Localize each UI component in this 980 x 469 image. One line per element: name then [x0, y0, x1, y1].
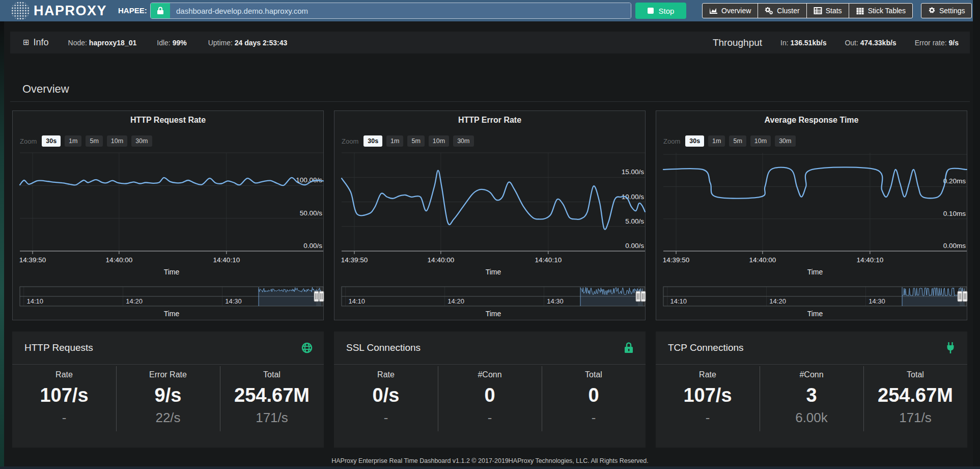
settings-label: Settings — [939, 7, 965, 15]
navigator-tick-label: 14:30 — [225, 297, 242, 305]
navbar: HAPROXY HAPEE: Stop OverviewClusterStats… — [0, 0, 973, 21]
chart-panel-http-request-rate: HTTP Request RateZoom30s1m5m10m30m14:39:… — [12, 111, 324, 320]
stop-label: Stop — [659, 7, 675, 15]
zoom-option-10m[interactable]: 10m — [750, 135, 771, 147]
stat-card-tcp-connections: TCP ConnectionsRate107/s-#Conn36.00kTota… — [656, 332, 967, 448]
metric-value: 107/s — [656, 384, 760, 406]
metric-label: Rate — [334, 370, 438, 379]
metric-label: Total — [220, 370, 324, 379]
stop-button[interactable]: Stop — [635, 3, 686, 19]
x-tick-label: 14:40:00 — [749, 256, 776, 264]
info-field-node: Node: haproxy18_01 — [68, 39, 137, 47]
nav-button-overview[interactable]: Overview — [702, 3, 758, 18]
zoom-option-30s[interactable]: 30s — [685, 135, 704, 147]
zoom-option-1m[interactable]: 1m — [65, 135, 81, 147]
card-metric-total: Total254.67M171/s — [220, 365, 324, 447]
info-left: ⊞ Info Node: haproxy18_01Idle: 99%Uptime… — [10, 37, 287, 48]
lock-button[interactable] — [151, 3, 170, 18]
navigator-right-handle[interactable] — [963, 291, 967, 301]
chart-plot: 14:39:5014:40:0014:40:1015.00/s10.00/s5.… — [334, 149, 646, 321]
card-header: TCP Connections — [656, 332, 967, 365]
chart-title: HTTP Request Rate — [13, 116, 323, 125]
brand: HAPROXY — [11, 2, 107, 20]
zoom-option-30m[interactable]: 30m — [775, 135, 795, 147]
zoom-option-5m[interactable]: 5m — [86, 135, 102, 147]
background-right-strip — [973, 0, 980, 469]
y-axis-label: 0.10ms — [943, 210, 966, 217]
metric-value: 0 — [438, 384, 542, 406]
navigator-left-handle[interactable] — [958, 291, 962, 301]
navigator-right-handle[interactable] — [319, 291, 324, 301]
zoom-option-10m[interactable]: 10m — [429, 135, 449, 147]
card-body: Rate107/s-Error Rate9/s22/sTotal254.67M1… — [12, 365, 324, 447]
navigator-axis-title: Time — [164, 310, 180, 318]
metric-label: Error Rate — [116, 370, 220, 379]
nav-button-stick-tables[interactable]: Stick Tables — [849, 3, 913, 18]
info-field-idle: Idle: 99% — [157, 39, 186, 47]
throughput-field-value: 474.33kb/s — [860, 39, 897, 47]
info-field-value: 24 days 2:53:43 — [235, 39, 288, 47]
y-axis-label: 15.00/s — [622, 168, 645, 176]
zoom-option-30s[interactable]: 30s — [363, 135, 382, 147]
card-metric-rate: Rate107/s- — [12, 365, 116, 447]
nav-button-label: Stick Tables — [868, 7, 906, 15]
url-input[interactable] — [170, 3, 631, 18]
navigator-tick-label: 14:10 — [26, 297, 43, 305]
x-tick-label: 14:40:10 — [213, 256, 240, 264]
zoom-option-10m[interactable]: 10m — [107, 135, 127, 147]
card-metric-errorrate: Error Rate9/s22/s — [116, 365, 220, 447]
metric-label: #Conn — [438, 370, 542, 379]
stat-card-http-requests: HTTP RequestsRate107/s-Error Rate9/s22/s… — [12, 332, 324, 448]
cards-row: HTTP RequestsRate107/s-Error Rate9/s22/s… — [12, 332, 967, 448]
metric-subvalue: - — [334, 410, 438, 426]
zoom-option-30m[interactable]: 30m — [131, 135, 152, 147]
x-tick-label: 14:40:00 — [428, 256, 455, 264]
x-tick-label: 14:39:50 — [19, 256, 46, 264]
nav-button-label: Stats — [826, 7, 842, 15]
y-axis-label: 0.00ms — [943, 242, 966, 250]
zoom-option-30m[interactable]: 30m — [453, 135, 473, 147]
zoom-option-1m[interactable]: 1m — [386, 135, 403, 147]
background-left-strip — [0, 21, 4, 469]
card-metric-rate: Rate107/s- — [656, 365, 760, 447]
navigator-right-handle[interactable] — [641, 291, 646, 301]
settings-button[interactable]: Settings — [921, 3, 972, 18]
info-bar: ⊞ Info Node: haproxy18_01Idle: 99%Uptime… — [10, 32, 970, 53]
navigator-left-handle[interactable] — [314, 291, 319, 301]
zoom-control: Zoom30s1m5m10m30m — [20, 135, 152, 147]
navigator-tick-label: 14:20 — [126, 297, 143, 305]
x-tick-label: 14:39:50 — [341, 256, 368, 264]
zoom-option-5m[interactable]: 5m — [407, 135, 424, 147]
zoom-option-1m[interactable]: 1m — [708, 135, 725, 147]
x-tick-label: 14:40:00 — [106, 256, 133, 264]
navigator-axis-title: Time — [486, 310, 501, 318]
navigator-tick-label: 14:10 — [348, 297, 365, 305]
zoom-label: Zoom — [20, 137, 37, 145]
lock-icon — [623, 342, 634, 354]
haproxy-logo-icon — [11, 2, 30, 20]
zoom-option-30s[interactable]: 30s — [42, 135, 61, 147]
y-axis-label: 0.00/s — [303, 242, 322, 250]
throughput-field-label: In: — [780, 39, 790, 47]
metric-value: 9/s — [116, 384, 220, 406]
card-metric-conn: #Conn0- — [438, 365, 542, 447]
area-chart-icon — [709, 7, 718, 15]
info-field-uptime: Uptime: 24 days 2:53:43 — [208, 39, 288, 47]
card-metric-conn: #Conn36.00k — [760, 365, 863, 447]
metric-label: Total — [863, 370, 967, 379]
metric-value: 254.67M — [863, 384, 967, 406]
metric-subvalue: 171/s — [220, 410, 324, 426]
nav-button-cluster[interactable]: Cluster — [758, 3, 806, 18]
charts-row: HTTP Request RateZoom30s1m5m10m30m14:39:… — [12, 111, 967, 320]
gear-icon — [928, 6, 936, 16]
navigator-tick-label: 14:30 — [547, 297, 564, 305]
info-expand-toggle[interactable]: ⊞ Info — [23, 37, 49, 48]
navigator-left-handle[interactable] — [636, 291, 640, 301]
nav-button-group: OverviewClusterStatsStick Tables — [703, 3, 913, 18]
zoom-option-5m[interactable]: 5m — [729, 135, 746, 147]
globe-icon — [301, 342, 313, 354]
metric-label: Rate — [656, 370, 760, 379]
metric-subvalue: 6.00k — [760, 410, 863, 426]
chart-plot: 14:39:5014:40:0014:40:100.20ms0.10ms0.00… — [656, 149, 968, 321]
nav-button-stats[interactable]: Stats — [806, 3, 849, 18]
